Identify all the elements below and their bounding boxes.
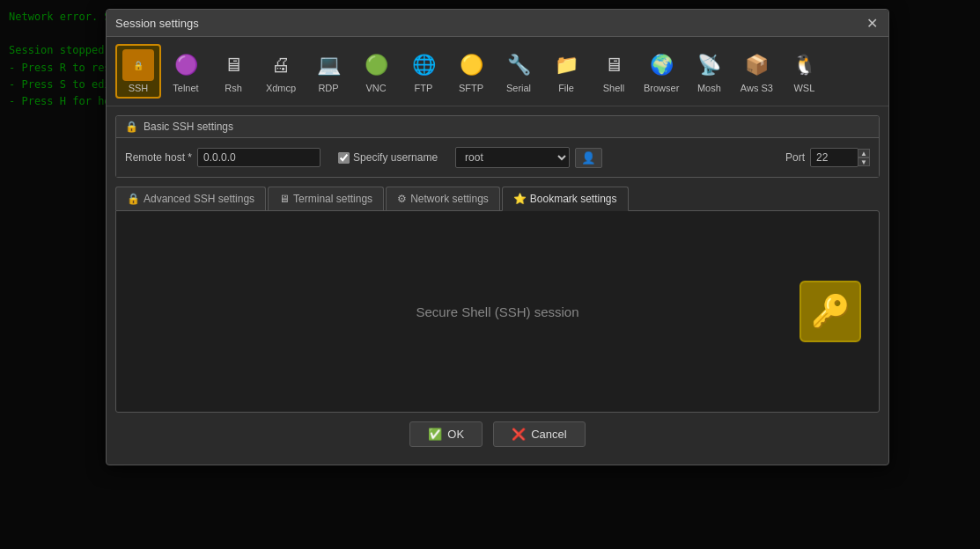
wsl-icon: 🐧 xyxy=(788,49,820,81)
xdmcp-icon: 🖨 xyxy=(265,49,297,81)
port-spinner: ▲ ▼ xyxy=(810,148,870,167)
protocol-sftp-label: SFTP xyxy=(459,83,483,93)
protocol-telnet-label: Telnet xyxy=(173,83,198,93)
ok-icon: ✅ xyxy=(428,428,442,441)
tab-bookmark-icon: ⭐ xyxy=(513,193,527,205)
basic-ssh-header: 🔒 Basic SSH settings xyxy=(116,116,879,138)
protocol-ssh-label: SSH xyxy=(129,83,149,93)
remote-host-label: Remote host * xyxy=(125,151,192,164)
basic-ssh-section: 🔒 Basic SSH settings Remote host * Speci… xyxy=(115,115,880,178)
content-panel: Secure Shell (SSH) session 🔑 xyxy=(115,210,880,413)
sftp-icon: 🟡 xyxy=(455,49,487,81)
user-icon-button[interactable]: 👤 xyxy=(575,148,602,168)
protocol-bar: 🔒 SSH 🟣 Telnet 🖥 Rsh 🖨 Xdmcp 💻 RDP 🟢 VNC… xyxy=(107,37,888,106)
port-spinner-arrows: ▲ ▼ xyxy=(858,149,870,166)
port-down-button[interactable]: ▼ xyxy=(858,157,870,166)
tab-terminal-icon: 🖥 xyxy=(279,193,290,205)
basic-ssh-title: Basic SSH settings xyxy=(144,121,233,133)
browser-icon: 🌍 xyxy=(645,49,677,81)
vnc-icon: 🟢 xyxy=(360,49,392,81)
protocol-serial-label: Serial xyxy=(506,83,531,93)
protocol-mosh[interactable]: 📡 Mosh xyxy=(686,46,732,97)
tab-bookmark-label: Bookmark settings xyxy=(530,193,617,205)
cancel-icon: ❌ xyxy=(512,428,526,441)
tab-network-icon: ⚙ xyxy=(397,193,407,205)
protocol-file-label: File xyxy=(558,83,574,93)
protocol-awss3[interactable]: 📦 Aws S3 xyxy=(733,46,779,97)
dialog-body: 🔒 Basic SSH settings Remote host * Speci… xyxy=(107,106,888,465)
protocol-shell-label: Shell xyxy=(603,83,624,93)
tab-advanced-ssh-label: Advanced SSH settings xyxy=(144,193,254,205)
protocol-mosh-label: Mosh xyxy=(697,83,721,93)
dialog-close-button[interactable]: ✕ xyxy=(864,15,880,31)
file-icon: 📁 xyxy=(550,49,582,81)
key-icon-box: 🔑 xyxy=(799,281,861,342)
awss3-icon: 📦 xyxy=(741,49,772,81)
tab-advanced-ssh-icon: 🔒 xyxy=(127,193,140,205)
specify-username-checkbox[interactable] xyxy=(338,152,350,164)
protocol-xdmcp[interactable]: 🖨 Xdmcp xyxy=(258,46,304,97)
ok-button[interactable]: ✅ OK xyxy=(409,421,483,447)
specify-username-group: Specify username xyxy=(338,151,438,164)
username-select[interactable]: root xyxy=(455,147,570,168)
protocol-rsh[interactable]: 🖥 Rsh xyxy=(210,46,256,97)
serial-icon: 🔧 xyxy=(503,49,534,81)
protocol-wsl-label: WSL xyxy=(793,83,814,93)
specify-username-label: Specify username xyxy=(353,151,438,164)
protocol-wsl[interactable]: 🐧 WSL xyxy=(781,46,827,97)
protocol-shell[interactable]: 🖥 Shell xyxy=(591,46,637,97)
tab-network-settings[interactable]: ⚙ Network settings xyxy=(386,187,500,210)
telnet-icon: 🟣 xyxy=(170,49,202,81)
mosh-icon: 📡 xyxy=(693,49,725,81)
username-group: root 👤 xyxy=(455,147,602,168)
protocol-rdp-label: RDP xyxy=(318,83,338,93)
protocol-browser-label: Browser xyxy=(644,83,679,93)
protocol-ftp[interactable]: 🌐 FTP xyxy=(401,46,446,97)
ftp-icon: 🌐 xyxy=(408,49,439,81)
dialog-title: Session settings xyxy=(115,17,199,30)
protocol-ssh[interactable]: 🔒 SSH xyxy=(115,44,161,99)
remote-host-group: Remote host * xyxy=(125,148,321,167)
protocol-serial[interactable]: 🔧 Serial xyxy=(496,46,542,97)
shell-icon: 🖥 xyxy=(598,49,630,81)
protocol-vnc[interactable]: 🟢 VNC xyxy=(353,46,399,97)
protocol-sftp[interactable]: 🟡 SFTP xyxy=(448,46,494,97)
protocol-file[interactable]: 📁 File xyxy=(543,46,589,97)
tab-network-label: Network settings xyxy=(410,193,489,205)
cancel-label: Cancel xyxy=(531,428,566,441)
protocol-ftp-label: FTP xyxy=(415,83,433,93)
ok-label: OK xyxy=(447,428,464,441)
basic-ssh-content: Remote host * Specify username root 👤 Po… xyxy=(116,138,879,177)
protocol-rsh-label: Rsh xyxy=(225,83,242,93)
rsh-icon: 🖥 xyxy=(217,49,249,81)
dialog-titlebar: Session settings ✕ xyxy=(107,10,888,37)
dialog-footer: ✅ OK ❌ Cancel xyxy=(115,413,880,456)
port-group: Port ▲ ▼ xyxy=(785,148,870,167)
protocol-awss3-label: Aws S3 xyxy=(741,83,773,93)
ssh-icon: 🔒 xyxy=(122,49,154,81)
key-icon: 🔑 xyxy=(811,293,851,330)
session-settings-dialog: Session settings ✕ 🔒 SSH 🟣 Telnet 🖥 Rsh … xyxy=(106,9,889,465)
tab-advanced-ssh[interactable]: 🔒 Advanced SSH settings xyxy=(115,187,266,210)
basic-ssh-icon: 🔒 xyxy=(125,121,138,133)
protocol-xdmcp-label: Xdmcp xyxy=(266,83,296,93)
port-up-button[interactable]: ▲ xyxy=(858,149,870,157)
rdp-icon: 💻 xyxy=(313,49,344,81)
remote-host-input[interactable] xyxy=(197,148,321,167)
protocol-browser[interactable]: 🌍 Browser xyxy=(638,46,684,97)
cancel-button[interactable]: ❌ Cancel xyxy=(493,421,585,447)
protocol-rdp[interactable]: 💻 RDP xyxy=(306,46,351,97)
tab-terminal-settings[interactable]: 🖥 Terminal settings xyxy=(268,187,384,210)
protocol-telnet[interactable]: 🟣 Telnet xyxy=(163,46,209,97)
tab-bookmark-settings[interactable]: ⭐ Bookmark settings xyxy=(502,187,629,211)
port-label: Port xyxy=(785,151,805,164)
tab-terminal-label: Terminal settings xyxy=(293,193,372,205)
port-input[interactable] xyxy=(810,148,858,167)
protocol-vnc-label: VNC xyxy=(365,83,386,93)
ssh-session-text: Secure Shell (SSH) session xyxy=(416,304,578,319)
sub-tabs: 🔒 Advanced SSH settings 🖥 Terminal setti… xyxy=(115,187,880,210)
